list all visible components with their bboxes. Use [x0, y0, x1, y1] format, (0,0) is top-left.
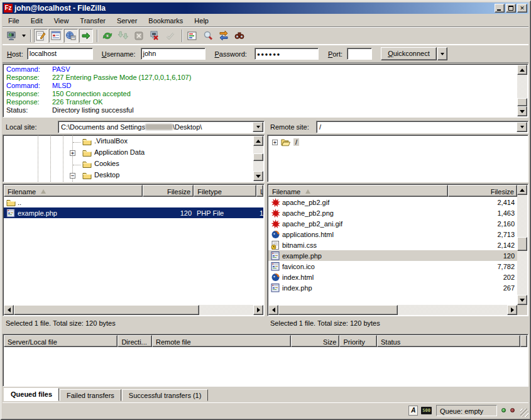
- tree-item-application-data[interactable]: + Application Data: [3, 148, 264, 158]
- process-queue-icon: [118, 30, 129, 41]
- file-row[interactable]: bitnami.css 2,142: [268, 240, 517, 250]
- menu-help[interactable]: Help: [189, 16, 214, 26]
- close-button[interactable]: ✕: [517, 4, 527, 13]
- file-row-parent-dir[interactable]: ..: [4, 197, 263, 207]
- title-bar[interactable]: Fz john@localhost - FileZilla ✕: [3, 3, 528, 14]
- quickconnect-button[interactable]: Quickconnect: [381, 47, 437, 60]
- remote-horizontal-scrollbar[interactable]: [268, 305, 517, 315]
- tree-expand-icon[interactable]: +: [70, 150, 75, 156]
- html-file-icon: [271, 230, 280, 239]
- menu-file[interactable]: File: [3, 16, 25, 26]
- file-row[interactable]: index.html 202: [268, 272, 517, 282]
- scroll-up-button[interactable]: [253, 136, 263, 146]
- toggle-local-tree-button[interactable]: [49, 29, 63, 43]
- column-header-filetype[interactable]: Filetype: [194, 185, 256, 197]
- tree-item-desktop[interactable]: − Desktop: [3, 170, 264, 181]
- toggle-transfer-queue-button[interactable]: [79, 29, 93, 43]
- menu-view[interactable]: View: [48, 16, 75, 26]
- remote-site-dropdown[interactable]: [517, 122, 527, 132]
- apache-image-file-icon: [271, 219, 280, 228]
- column-header-filesize[interactable]: Filesize: [143, 185, 194, 197]
- file-row-selected[interactable]: example.php 120: [268, 250, 517, 261]
- scroll-down-button[interactable]: [253, 171, 263, 181]
- minimize-button[interactable]: [495, 4, 505, 13]
- log-scrollbar[interactable]: [517, 65, 527, 116]
- column-header-filesize[interactable]: Filesize: [448, 185, 517, 197]
- file-row[interactable]: apache_pb2.gif 2,414: [268, 197, 517, 207]
- file-row[interactable]: apache_pb2_ani.gif 2,160: [268, 218, 517, 229]
- local-site-dropdown[interactable]: [253, 122, 263, 132]
- process-queue-button[interactable]: [116, 29, 130, 43]
- tab-successful-transfers[interactable]: Successful transfers (1): [122, 389, 209, 401]
- host-label: Host:: [7, 50, 23, 58]
- folder-icon: [82, 148, 92, 157]
- local-file-list: Filename Filesize Filetype L .. example.…: [3, 184, 265, 316]
- disconnect-button[interactable]: [148, 29, 161, 43]
- scroll-up-button[interactable]: [517, 65, 527, 75]
- find-files-button[interactable]: [233, 29, 246, 43]
- scroll-up-button[interactable]: [517, 185, 527, 195]
- remote-vertical-scrollbar[interactable]: [517, 185, 527, 305]
- scroll-right-button[interactable]: [253, 305, 263, 315]
- cancel-button[interactable]: [132, 29, 146, 43]
- username-input[interactable]: john: [141, 48, 205, 60]
- username-label: Username:: [102, 50, 136, 58]
- queue-column-remote-file[interactable]: Remote file: [152, 335, 291, 347]
- remote-site-combo[interactable]: /: [316, 121, 528, 133]
- password-input[interactable]: ●●●●●●: [255, 48, 319, 60]
- cancel-icon: [133, 30, 145, 41]
- transfer-type-indicator-icon: A: [408, 406, 418, 416]
- tab-queued-files[interactable]: Queued files: [4, 388, 59, 401]
- file-row[interactable]: favicon.ico 7,782: [268, 261, 517, 272]
- menu-server[interactable]: Server: [111, 16, 143, 26]
- scroll-left-button[interactable]: [268, 305, 278, 315]
- local-horizontal-scrollbar[interactable]: [4, 305, 263, 315]
- directory-comparison-button[interactable]: [201, 29, 215, 43]
- maximize-button[interactable]: [506, 4, 516, 13]
- queue-column-status[interactable]: Status: [377, 335, 520, 347]
- local-tree-scrollbar[interactable]: [253, 136, 263, 181]
- port-input[interactable]: [347, 48, 372, 60]
- scroll-down-button[interactable]: [517, 106, 527, 116]
- column-header-filename[interactable]: Filename: [4, 185, 143, 197]
- site-manager-button[interactable]: [4, 29, 18, 43]
- tree-collapse-icon[interactable]: −: [70, 173, 75, 179]
- scroll-down-button[interactable]: [517, 295, 527, 305]
- queue-column-size[interactable]: Size: [291, 335, 339, 347]
- menu-transfer[interactable]: Transfer: [74, 16, 111, 26]
- synchronized-browsing-button[interactable]: [217, 29, 231, 43]
- column-header-filename[interactable]: Filename: [268, 185, 448, 197]
- tab-failed-transfers[interactable]: Failed transfers: [60, 389, 121, 401]
- site-manager-dropdown[interactable]: [20, 29, 28, 43]
- queue-column-server-local-file[interactable]: Server/Local file: [4, 335, 118, 347]
- queue-column-direction[interactable]: Directi...: [118, 335, 152, 347]
- tree-item-cookies[interactable]: Cookies: [3, 159, 264, 170]
- scroll-right-button[interactable]: [507, 305, 517, 315]
- toggle-message-log-button[interactable]: [34, 29, 48, 43]
- file-row[interactable]: index.php 267: [268, 282, 517, 293]
- file-row[interactable]: apache_pb2.png 1,463: [268, 207, 517, 218]
- filter-button[interactable]: [185, 29, 199, 43]
- folder-icon: [82, 160, 92, 169]
- quickconnect-dropdown[interactable]: [437, 47, 447, 60]
- file-row[interactable]: applications.html 2,713: [268, 229, 517, 240]
- column-header-lastmodified[interactable]: L: [256, 185, 263, 197]
- menu-bookmarks[interactable]: Bookmarks: [143, 16, 189, 26]
- menu-bar: File Edit View Transfer Server Bookmarks…: [3, 14, 528, 26]
- queue-column-priority[interactable]: Priority: [339, 335, 377, 347]
- connection-led-red: [510, 408, 515, 412]
- host-input[interactable]: localhost: [27, 48, 93, 60]
- tree-expand-icon[interactable]: +: [272, 140, 278, 145]
- reconnect-button[interactable]: [163, 29, 177, 43]
- tree-item-virtualbox[interactable]: .VirtualBox: [3, 136, 264, 147]
- file-row-example-php[interactable]: example.php 120 PHP File 1: [4, 207, 263, 218]
- tree-item-root[interactable]: + /: [268, 137, 528, 148]
- password-label: Password:: [215, 50, 247, 58]
- menu-edit[interactable]: Edit: [25, 16, 48, 26]
- refresh-button[interactable]: [101, 29, 114, 43]
- local-site-combo[interactable]: C:\Documents and Settings\Desktop\: [58, 121, 265, 133]
- scroll-left-button[interactable]: [4, 305, 14, 315]
- connection-led-green: [501, 408, 506, 412]
- toggle-remote-tree-button[interactable]: [64, 29, 78, 43]
- resize-grip[interactable]: [520, 409, 528, 417]
